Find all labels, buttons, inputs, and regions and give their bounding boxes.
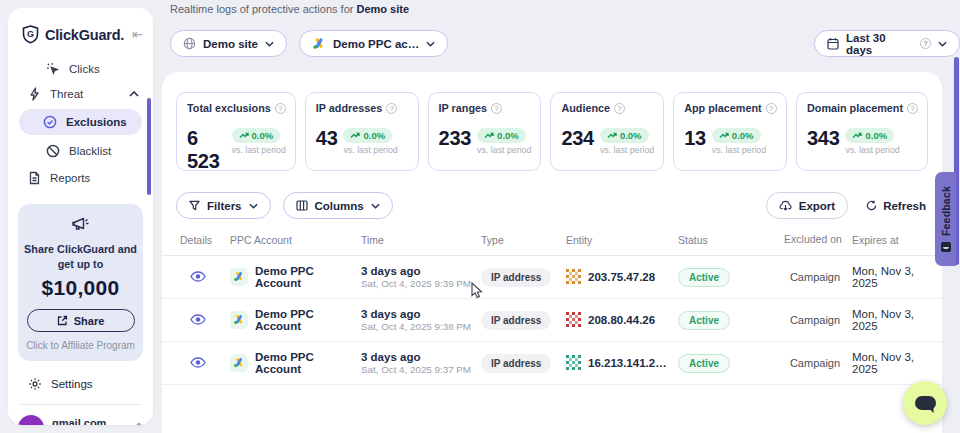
refresh-button[interactable]: Refresh <box>866 200 926 212</box>
stat-value: 6 523 <box>187 127 226 173</box>
table-row[interactable]: Demo PPC Account 3 days ago Sat, Oct 4, … <box>162 342 942 385</box>
promo-footer-link[interactable]: Click to Affiliate Program <box>24 340 137 351</box>
columns-button[interactable]: Columns <box>283 192 393 219</box>
time-relative: 3 days ago <box>361 308 481 320</box>
table-toolbar: Filters Columns Export <box>162 192 942 219</box>
col-header-excluded-on[interactable]: Excluded on <box>778 233 852 247</box>
stats-cards: Total exclusions? 6 523 0.0% vs. last pe… <box>162 72 942 171</box>
document-icon <box>28 171 41 185</box>
table-row[interactable]: Demo PPC Account 3 days ago Sat, Oct 4, … <box>162 299 942 342</box>
entity-value: 208.80.44.26 <box>588 314 655 326</box>
avatar: NA <box>18 415 44 425</box>
feedback-label: Feedback <box>940 186 952 236</box>
info-icon[interactable]: ? <box>766 103 777 114</box>
stat-card-app-placement: App placement? 13 0.0% vs. last period <box>673 92 787 171</box>
stat-card-audience: Audience? 234 0.0% vs. last period <box>550 92 664 171</box>
col-header-details[interactable]: Details <box>180 234 230 246</box>
table-row[interactable]: Demo PPC Account 3 days ago Sat, Oct 4, … <box>162 256 942 299</box>
view-details-eye-icon[interactable] <box>190 357 206 368</box>
trend-badge: 0.0% <box>845 128 894 143</box>
sidebar-scrollbar-thumb[interactable] <box>147 98 151 195</box>
col-header-type[interactable]: Type <box>481 234 566 246</box>
funnel-icon <box>189 200 200 211</box>
calendar-icon <box>827 37 839 50</box>
chevron-down-icon <box>371 203 380 209</box>
export-button[interactable]: Export <box>766 192 848 219</box>
account-name: gmail.com <box>52 417 127 425</box>
globe-icon <box>183 37 196 50</box>
sidebar-item-settings[interactable]: Settings <box>28 377 153 391</box>
feedback-tab[interactable]: Feedback <box>935 172 956 266</box>
info-icon[interactable]: ? <box>275 103 286 114</box>
time-absolute: Sat, Oct 4, 2025 9:38 PM <box>361 321 481 332</box>
trend-badge: 0.0% <box>343 128 392 143</box>
expires-at-value: Mon, Nov 3, 2025 <box>852 265 934 289</box>
info-icon[interactable]: ? <box>907 103 918 114</box>
table-header-row: Details PPC Account Time Type Entity Sta… <box>162 233 942 256</box>
blocked-icon <box>46 144 60 158</box>
info-icon[interactable]: ? <box>386 103 397 114</box>
entity-identicon <box>566 269 581 284</box>
type-badge: IP address <box>481 311 551 330</box>
google-ads-icon <box>230 311 248 329</box>
time-absolute: Sat, Oct 4, 2025 9:37 PM <box>361 364 481 375</box>
col-header-expires-at[interactable]: Expires at <box>852 234 934 246</box>
time-relative: 3 days ago <box>361 265 481 277</box>
col-header-entity[interactable]: Entity <box>566 234 678 246</box>
info-icon[interactable]: ? <box>491 103 502 114</box>
stat-card-total-exclusions: Total exclusions? 6 523 0.0% vs. last pe… <box>176 92 296 171</box>
ppc-account-selector-dropdown[interactable]: Demo PPC ac… <box>299 30 448 57</box>
excluded-on-value: Campaign <box>778 271 852 283</box>
entity-identicon <box>566 312 581 327</box>
sidebar-item-clicks[interactable]: Clicks <box>46 56 153 81</box>
site-selector-dropdown[interactable]: Demo site <box>170 30 287 57</box>
chevron-up-icon <box>129 91 139 97</box>
stat-value: 233 <box>439 127 471 150</box>
entity-value: 16.213.141.2… <box>588 357 667 369</box>
megaphone-icon <box>71 216 91 233</box>
click-cursor-icon <box>46 62 60 76</box>
stat-value: 234 <box>561 127 593 150</box>
type-badge: IP address <box>481 268 551 287</box>
time-absolute: Sat, Oct 4, 2025 9:39 PM <box>361 278 481 289</box>
trend-badge: 0.0% <box>712 128 761 143</box>
sidebar-collapse-icon[interactable]: ⇤ <box>132 27 143 42</box>
sidebar-item-threat[interactable]: Threat <box>28 81 153 106</box>
chat-launcher-button[interactable] <box>903 381 947 425</box>
chevron-down-icon <box>938 41 947 47</box>
stat-card-ip-addresses: IP addresses? 43 0.0% vs. last period <box>305 92 419 171</box>
col-header-ppc-account[interactable]: PPC Account <box>230 234 361 246</box>
ppc-account-name: Demo PPC Account <box>255 265 361 289</box>
exclusions-table: Details PPC Account Time Type Entity Sta… <box>162 233 942 385</box>
date-range-dropdown[interactable]: Last 30 days ? <box>814 30 960 57</box>
filters-button[interactable]: Filters <box>176 192 271 219</box>
view-details-eye-icon[interactable] <box>190 271 206 282</box>
status-badge: Active <box>678 268 730 287</box>
trend-badge: 0.0% <box>600 128 649 143</box>
sidebar-item-blacklist[interactable]: Blacklist <box>46 138 153 163</box>
entity-value: 203.75.47.28 <box>588 271 655 283</box>
chevron-down-icon <box>265 41 274 47</box>
time-relative: 3 days ago <box>361 351 481 363</box>
stat-value: 43 <box>316 127 338 150</box>
sidebar-nav: Clicks Threat Exclusions <box>8 56 153 190</box>
app-title: ClickGuard. <box>45 27 126 43</box>
page-subtitle: Realtime logs of protective actions for … <box>170 3 409 15</box>
account-switcher[interactable]: NA gmail.com naatali.ro@gmail.com <box>18 415 143 425</box>
col-header-time[interactable]: Time <box>361 234 481 246</box>
info-icon[interactable]: ? <box>614 103 625 114</box>
subtitle-site-name: Demo site <box>356 3 409 15</box>
sidebar-item-exclusions[interactable]: Exclusions <box>19 109 142 135</box>
excluded-on-value: Campaign <box>778 357 852 369</box>
share-button[interactable]: Share <box>27 309 135 332</box>
affiliate-promo-card: Share ClickGuard and get up to $10,000 S… <box>18 204 143 361</box>
col-header-status[interactable]: Status <box>678 234 778 246</box>
promo-title: Share ClickGuard and get up to <box>24 242 137 271</box>
stat-value: 343 <box>807 127 839 150</box>
feedback-smiley-icon <box>941 242 951 252</box>
sidebar-item-reports[interactable]: Reports <box>28 165 153 190</box>
expires-at-value: Mon, Nov 3, 2025 <box>852 351 934 375</box>
gear-icon <box>28 377 42 391</box>
download-cloud-icon <box>779 200 792 211</box>
view-details-eye-icon[interactable] <box>190 314 206 325</box>
